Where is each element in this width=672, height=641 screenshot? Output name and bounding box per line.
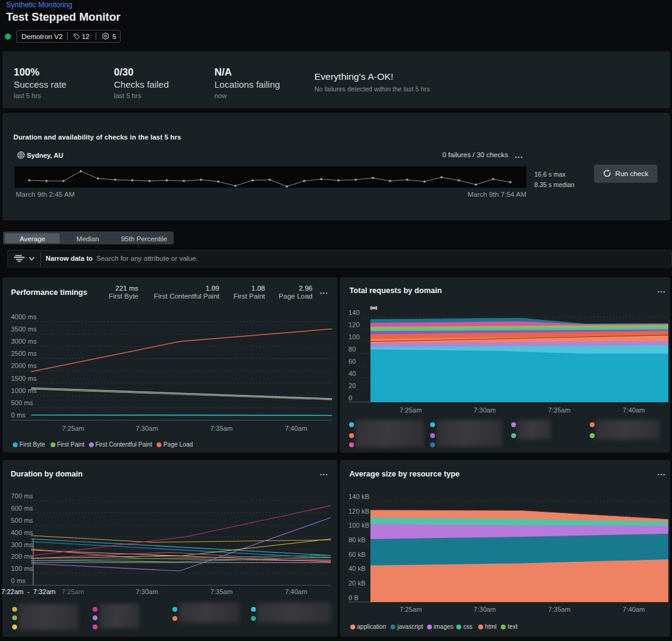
svg-text:20 kB: 20 kB: [348, 579, 366, 587]
svg-text:7:40am: 7:40am: [623, 606, 645, 613]
svg-text:80 kB: 80 kB: [348, 536, 366, 544]
svg-text:7:30am: 7:30am: [473, 606, 496, 613]
svg-text:7:25am: 7:25am: [400, 606, 422, 613]
svg-text:60 kB: 60 kB: [348, 551, 366, 558]
svg-text:100 kB: 100 kB: [348, 522, 369, 529]
svg-text:0 B: 0 B: [348, 594, 359, 601]
svg-text:120 kB: 120 kB: [348, 508, 369, 515]
svg-text:140 kB: 140 kB: [348, 493, 369, 500]
svg-text:40 kB: 40 kB: [348, 565, 366, 572]
svg-text:7:35am: 7:35am: [548, 606, 571, 613]
